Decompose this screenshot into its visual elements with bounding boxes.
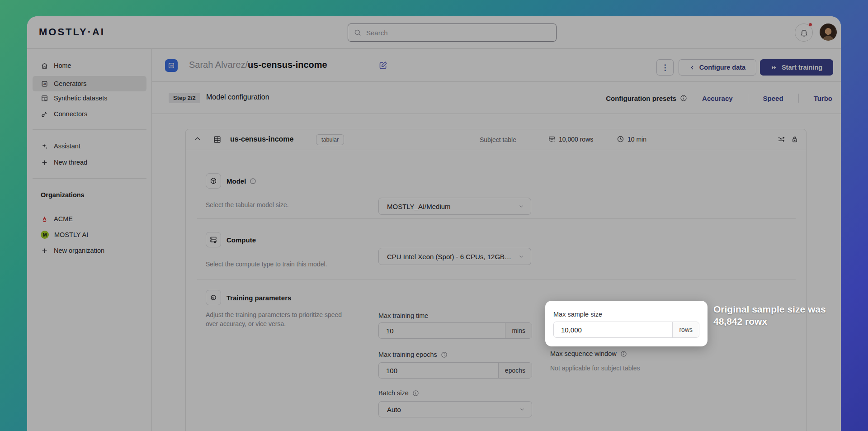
tour-tooltip-line1: Original sample size was (713, 303, 826, 315)
tour-tooltip: Original sample size was 48,842 rowx (713, 303, 826, 328)
max-sample-size-label: Max sample size (553, 311, 602, 318)
rows-unit: rows (672, 322, 699, 337)
tour-spotlight-panel: Max sample size rows (545, 301, 708, 346)
tour-dim-overlay (0, 0, 868, 431)
max-sample-size-input[interactable] (554, 322, 672, 337)
max-sample-size-field: rows (553, 322, 699, 338)
tour-tooltip-line2: 48,842 rowx (713, 315, 826, 327)
